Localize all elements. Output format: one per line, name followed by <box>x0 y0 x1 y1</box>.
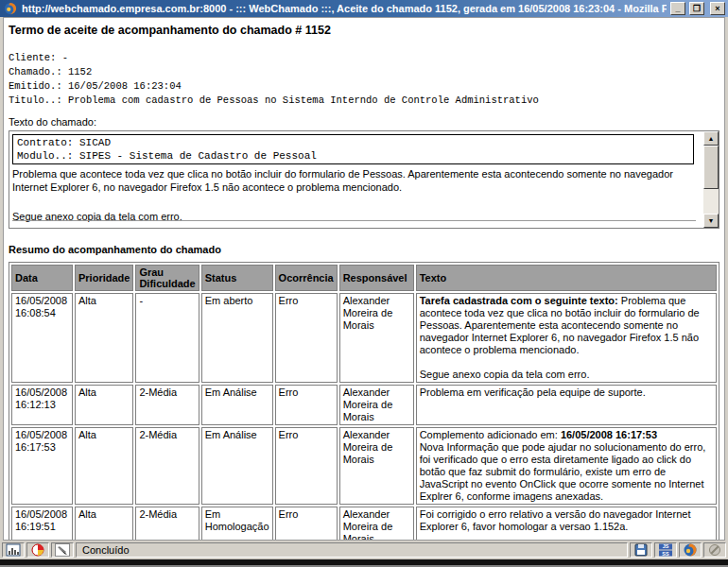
col-header-grau: Grau Dificuldade <box>135 265 199 291</box>
cell-grau: 2-Média <box>135 507 199 541</box>
window-bottom-edge <box>0 559 728 567</box>
firefox-icon[interactable] <box>3 2 18 15</box>
firefox-icon[interactable] <box>683 543 698 557</box>
cell-prioridade: Alta <box>75 293 133 383</box>
ticket-text-box: Contrato: SICAD Modulo..: SIPES - Sistem… <box>9 130 719 229</box>
page-title: Termo de aceite de acompanhamento do cha… <box>9 24 719 37</box>
cell-texto: Problema em verificação pela equipe de s… <box>416 385 717 425</box>
table-header-row: Data Prioridade Grau Dificuldade Status … <box>11 265 717 291</box>
cell-ocorrencia: Erro <box>275 293 338 383</box>
cell-data: 16/05/2008 16:17:53 <box>11 427 73 505</box>
col-header-status: Status <box>201 265 273 291</box>
blocked-icon[interactable] <box>707 543 722 557</box>
statusbar-panel[interactable] <box>26 542 49 558</box>
cell-data: 16/05/2008 16:12:13 <box>11 385 73 425</box>
cell-grau: 2-Média <box>135 427 199 505</box>
cell-ocorrencia: Erro <box>275 507 338 541</box>
cell-prioridade: Alta <box>75 507 133 541</box>
divider <box>12 220 696 221</box>
pencil-icon[interactable] <box>55 543 70 557</box>
resumo-table: Data Prioridade Grau Dificuldade Status … <box>9 262 719 541</box>
field-emitido: Emitido.: 16/05/2008 16:23:04 <box>9 79 719 94</box>
resumo-label: Resumo do acompanhamento do chamado <box>9 244 719 255</box>
scroll-up-icon[interactable]: ▲ <box>703 131 719 146</box>
texto-do-chamado-label: Texto do chamado: <box>9 116 719 128</box>
col-header-responsavel: Responsável <box>339 265 414 291</box>
table-row: 16/05/2008 16:17:53Alta2-MédiaEm Análise… <box>11 427 717 505</box>
cell-responsavel: Alexander Moreira de Morais <box>339 385 414 425</box>
table-row: 16/05/2008 16:12:13Alta2-MédiaEm Análise… <box>11 385 717 425</box>
cell-status: Em Homologação <box>201 507 273 541</box>
table-row: 16/05/2008 16:08:54Alta-Em abertoErroAle… <box>11 293 717 383</box>
page-content: Termo de aceite de acompanhamento do cha… <box>3 17 725 541</box>
save-icon[interactable] <box>633 543 649 557</box>
field-titulo: Titulo..: Problema com cadastro de Pesso… <box>9 94 719 108</box>
browser-window: http://webchamado.empresa.com.br:8000 - … <box>0 0 728 567</box>
cell-status: Em Análise <box>201 427 273 505</box>
cell-responsavel: Alexander Moreira de Morais <box>339 427 414 505</box>
field-chamado: Chamado.: 1152 <box>9 65 719 79</box>
field-cliente: Cliente: - <box>9 51 719 65</box>
col-header-texto: Texto <box>416 265 717 291</box>
ticket-paragraph: Problema que acontece toda vez que clica… <box>12 167 698 194</box>
table-row: 16/05/2008 16:19:51Alta2-MédiaEm Homolog… <box>11 507 717 541</box>
titlebar: http://webchamado.empresa.com.br:8000 - … <box>0 0 728 17</box>
close-button[interactable]: × <box>710 2 725 15</box>
statusbar-panel[interactable] <box>51 542 74 558</box>
window-title: http://webchamado.empresa.com.br:8000 - … <box>22 3 667 14</box>
chart-icon[interactable] <box>6 543 21 557</box>
cell-grau: - <box>135 293 199 383</box>
cell-data: 16/05/2008 16:19:51 <box>11 507 73 541</box>
col-header-data: Data <box>11 265 73 291</box>
svg-text:JS: JS <box>663 543 669 549</box>
cell-status: Em Análise <box>201 385 273 425</box>
cell-texto: Tarefa cadastrada com o seguinte texto: … <box>416 293 717 383</box>
cell-status: Em aberto <box>201 293 273 383</box>
statusbar-panel[interactable] <box>703 542 726 558</box>
contract-module-box: Contrato: SICAD Modulo..: SIPES - Sistem… <box>12 134 694 164</box>
statusbar: Concluído JS SS <box>0 541 728 559</box>
resumo-table-body: 16/05/2008 16:08:54Alta-Em abertoErroAle… <box>11 293 717 541</box>
svg-text:SS: SS <box>662 551 669 557</box>
cell-prioridade: Alta <box>75 385 133 425</box>
cell-data: 16/05/2008 16:08:54 <box>11 293 73 383</box>
cell-prioridade: Alta <box>75 427 133 505</box>
cell-texto: Foi corrigido o erro relativo a versão d… <box>416 507 717 541</box>
col-header-prioridade: Prioridade <box>75 265 133 291</box>
cell-grau: 2-Média <box>135 385 199 425</box>
cell-ocorrencia: Erro <box>275 427 338 505</box>
module-line: Modulo..: SIPES - Sistema de Cadastro de… <box>17 149 689 163</box>
viewport: Termo de aceite de acompanhamento do cha… <box>0 17 728 541</box>
cell-ocorrencia: Erro <box>275 385 338 425</box>
cell-responsavel: Alexander Moreira de Morais <box>339 507 414 541</box>
status-text: Concluído <box>82 544 130 556</box>
maximize-button[interactable]: ❐ <box>689 2 704 15</box>
scrollbar-thumb[interactable] <box>703 146 719 189</box>
cell-texto: Complemento adicionado em: 16/05/2008 16… <box>416 427 717 505</box>
contract-line: Contrato: SICAD <box>17 136 689 149</box>
clock-icon[interactable] <box>30 543 45 557</box>
text-box-scrollbar[interactable]: ▲ ▼ <box>703 131 719 228</box>
statusbar-panel[interactable] <box>630 542 652 558</box>
scrollbar-track[interactable] <box>703 146 719 214</box>
statusbar-panel[interactable] <box>2 542 25 558</box>
status-message-panel: Concluído <box>76 542 628 558</box>
statusbar-panel[interactable]: JS SS <box>654 542 677 558</box>
col-header-ocorrencia: Ocorrência <box>275 265 338 291</box>
scroll-down-icon[interactable]: ▼ <box>703 214 719 228</box>
statusbar-panel[interactable] <box>679 542 702 558</box>
js-console-icon[interactable]: JS SS <box>658 543 673 557</box>
ticket-fields: Cliente: - Chamado.: 1152 Emitido.: 16/0… <box>9 51 719 108</box>
cell-responsavel: Alexander Moreira de Morais <box>339 293 414 383</box>
ticket-text-content: Contrato: SICAD Modulo..: SIPES - Sistem… <box>9 131 703 228</box>
minimize-button[interactable]: _ <box>670 2 685 15</box>
